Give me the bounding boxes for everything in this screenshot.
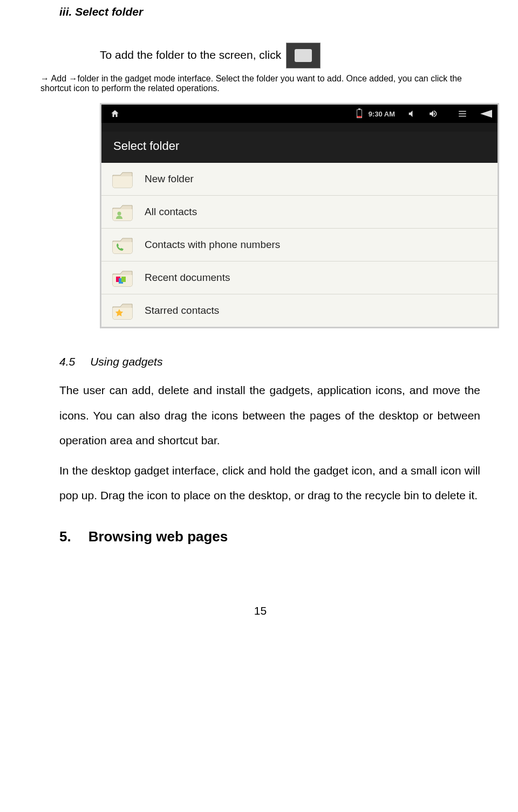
page: iii. Select folder To add the folder to … — [0, 0, 518, 639]
svg-rect-2 — [459, 116, 466, 117]
heading-text: Using gadgets — [90, 355, 162, 368]
svg-rect-0 — [459, 111, 466, 112]
heading-number: 5. — [59, 528, 71, 545]
volume-controls — [404, 108, 439, 120]
svg-point-3 — [118, 212, 121, 216]
paragraph-using-gadgets-2: In the desktop gadget interface, click a… — [59, 458, 480, 508]
list-item-label: Contacts with phone numbers — [145, 239, 280, 251]
heading-4-5-using-gadgets: 4.5Using gadgets — [59, 355, 480, 368]
menu-icon[interactable] — [456, 108, 468, 120]
volume-up-icon[interactable] — [427, 108, 439, 120]
list-item[interactable]: New folder — [101, 163, 497, 196]
list-item-label: Starred contacts — [145, 305, 219, 316]
clock-text: 9:30 AM — [369, 110, 395, 118]
dialog-title: Select folder — [101, 132, 497, 163]
folder-docs-icon — [111, 268, 134, 287]
list-item-label: New folder — [145, 173, 194, 185]
list-item[interactable]: All contacts — [101, 196, 497, 229]
select-folder-screenshot: 9:30 AM Select folder — [100, 103, 499, 328]
folder-list: New folder All contacts Contacts with ph… — [101, 163, 497, 327]
list-item-label: Recent documents — [145, 272, 230, 284]
status-bar: 9:30 AM — [101, 105, 497, 123]
list-item[interactable]: Contacts with phone numbers — [101, 229, 497, 262]
paragraph-add-folder: To add the folder to the screen, click — [100, 43, 480, 68]
list-item[interactable]: Recent documents — [101, 262, 497, 294]
folder-contact-icon — [111, 202, 134, 222]
list-item[interactable]: Starred contacts — [101, 294, 497, 327]
home-icon[interactable] — [109, 108, 121, 120]
svg-rect-1 — [459, 114, 466, 115]
list-item-label: All contacts — [145, 206, 197, 218]
folder-phone-icon — [111, 235, 134, 254]
folder-icon — [111, 169, 134, 189]
heading-iii-select-folder: iii. Select folder — [59, 5, 480, 18]
paragraph-using-gadgets-1: The user can add, delete and install the… — [59, 378, 480, 453]
text-segment: To add the folder to the screen, click — [100, 49, 284, 61]
heading-text: Browsing web pages — [88, 528, 228, 545]
back-icon[interactable] — [480, 108, 492, 120]
page-number: 15 — [40, 604, 480, 617]
volume-down-icon[interactable] — [406, 108, 418, 120]
list-icon — [295, 49, 312, 62]
gadget-list-icon — [286, 43, 321, 68]
battery-icon — [353, 108, 365, 120]
heading-number: 4.5 — [59, 355, 75, 368]
heading-5-browsing-web-pages: 5.Browsing web pages — [59, 528, 480, 545]
svg-rect-6 — [121, 277, 126, 282]
folder-star-icon — [111, 301, 134, 320]
text-segment: → Add →folder in the gadget mode interfa… — [40, 74, 462, 93]
